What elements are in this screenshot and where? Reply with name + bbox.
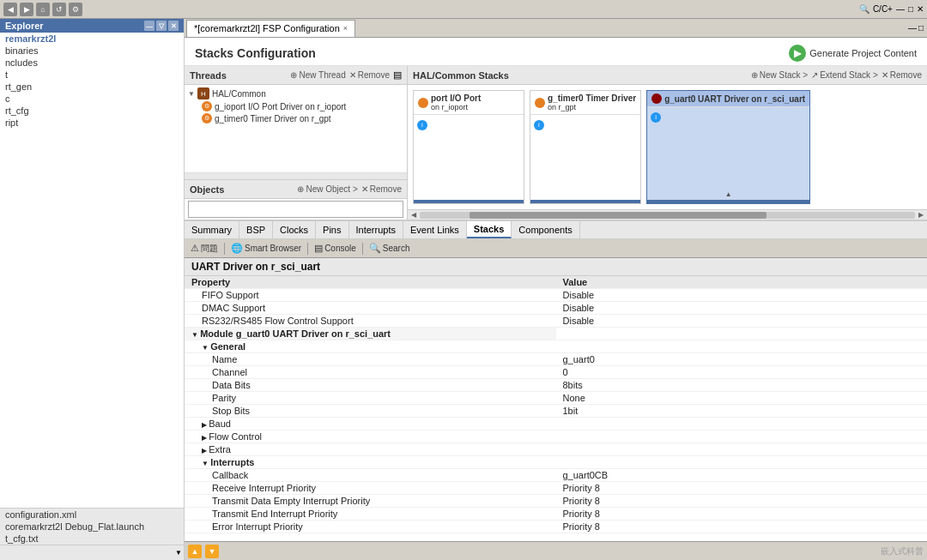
prop-label-channel: Channel — [185, 366, 556, 379]
fsp-tab-close[interactable]: × — [343, 24, 348, 33]
forward-icon[interactable]: ▶ — [20, 3, 33, 16]
tab-interrupts[interactable]: Interrupts — [349, 221, 403, 238]
stack-card-uart[interactable]: g_uart0 UART Driver on r_sci_uart i ▲ — [646, 90, 810, 204]
tab-pins[interactable]: Pins — [316, 221, 348, 238]
scroll-thumb[interactable] — [470, 212, 766, 219]
tab-bsp[interactable]: BSP — [239, 221, 273, 238]
new-thread-button[interactable]: ⊕ New Thread — [290, 70, 345, 80]
prop-row-rx-priority[interactable]: Receive Interrupt Priority Priority 8 — [185, 482, 927, 495]
threads-panel: Threads ⊕ New Thread ✕ Remove ▤ — [185, 66, 408, 220]
objects-input[interactable] — [188, 201, 403, 218]
sidebar-item-ript[interactable]: ript — [0, 117, 184, 129]
search-icon[interactable]: 🔍 — [859, 4, 869, 14]
prop-row-dmac[interactable]: DMAC Support Disable — [185, 302, 927, 315]
prop-row-baud[interactable]: Baud — [185, 418, 927, 431]
tab-max-icon[interactable]: □ — [918, 23, 924, 33]
toolbar-search[interactable]: 🔍 Search — [367, 242, 413, 255]
prop-row-module[interactable]: Module g_uart0 UART Driver on r_sci_uart — [185, 328, 927, 340]
toolbar-problems[interactable]: ⚠ 問題 — [188, 242, 221, 256]
new-stack-icon: ⊕ — [751, 70, 758, 80]
prop-row-interrupts[interactable]: Interrupts — [185, 456, 927, 469]
prop-label-name: Name — [185, 353, 556, 366]
prop-row-callback[interactable]: Callback g_uart0CB — [185, 469, 927, 482]
properties-table: Property Value FIFO Support Disable DMAC… — [185, 276, 927, 541]
ioport-card-body: i — [414, 115, 524, 200]
sidebar-close-icon[interactable]: ✕ — [168, 21, 179, 31]
toolbar-smart-browser[interactable]: 🌐 Smart Browser — [228, 242, 304, 255]
remove-thread-button[interactable]: ✕ Remove — [349, 70, 390, 80]
prop-row-extra[interactable]: Extra — [185, 443, 927, 456]
sidebar-item-t[interactable]: t — [0, 69, 184, 81]
new-stack-button[interactable]: ⊕ New Stack > — [751, 70, 808, 80]
sidebar-item-rt-cfg[interactable]: rt_cfg — [0, 105, 184, 117]
prop-col-property: Property — [185, 276, 556, 289]
tab-event-links[interactable]: Event Links — [403, 221, 467, 238]
home-icon[interactable]: ⌂ — [36, 3, 50, 16]
prop-row-parity[interactable]: Parity None — [185, 392, 927, 405]
tab-min-icon[interactable]: — — [908, 23, 917, 33]
prop-row-stopbits[interactable]: Stop Bits 1bit — [185, 405, 927, 418]
tab-stacks[interactable]: Stacks — [467, 221, 512, 238]
sidebar-item-binaries[interactable]: binaries — [0, 45, 184, 57]
prop-label-parity: Parity — [185, 392, 556, 405]
sidebar-project[interactable]: remarkrzt2l — [0, 33, 184, 45]
sidebar-item-includes[interactable]: ncludes — [0, 57, 184, 69]
main-content: *[coremarkrzt2l] FSP Configuration × — □… — [185, 19, 927, 560]
remove-object-button[interactable]: ✕ Remove — [361, 184, 402, 194]
prop-row-name[interactable]: Name g_uart0 — [185, 353, 927, 366]
back-icon[interactable]: ◀ — [3, 3, 17, 16]
sidebar-item-cfg-txt[interactable]: t_cfg.txt — [0, 533, 184, 545]
close-icon[interactable]: ✕ — [917, 4, 924, 14]
prop-label-interrupts[interactable]: Interrupts — [185, 456, 556, 469]
sidebar-menu-icon[interactable]: ▽ — [156, 21, 167, 31]
prop-label-flowcontrol[interactable]: Flow Control — [185, 431, 556, 443]
sidebar-item-config[interactable]: configuration.xml — [0, 509, 184, 521]
new-object-button[interactable]: ⊕ New Object > — [297, 184, 357, 194]
prop-row-channel[interactable]: Channel 0 — [185, 366, 927, 379]
bottom-icon-up[interactable]: ▲ — [188, 545, 202, 558]
prop-label-general[interactable]: General — [185, 340, 556, 353]
settings-icon[interactable]: ⚙ — [69, 3, 82, 16]
sidebar-collapse-icon[interactable]: — — [144, 21, 154, 31]
refresh-icon[interactable]: ↺ — [52, 3, 66, 16]
prop-row-error-priority[interactable]: Error Interrupt Priority Priority 8 — [185, 521, 927, 533]
minimize-icon[interactable]: — — [896, 4, 905, 14]
threads-menu-icon[interactable]: ▤ — [393, 69, 402, 81]
prop-row-tx-end-priority[interactable]: Transmit End Interrupt Priority Priority… — [185, 508, 927, 521]
sidebar-item-c[interactable]: c — [0, 93, 184, 105]
prop-row-fifo[interactable]: FIFO Support Disable — [185, 289, 927, 302]
prop-value-rs232: Disable — [556, 315, 928, 328]
sidebar-scroll-down[interactable]: ▼ — [175, 549, 182, 557]
stack-card-timer[interactable]: g_timer0 Timer Driver on r_gpt i — [530, 90, 641, 204]
fsp-tab[interactable]: *[coremarkrzt2l] FSP Configuration × — [186, 20, 355, 37]
maximize-icon[interactable]: □ — [908, 4, 913, 14]
hal-common-item[interactable]: ▼ H HAL/Common — [186, 87, 405, 100]
objects-actions: ⊕ New Object > ✕ Remove — [297, 184, 402, 194]
sidebar-item-rt-gen[interactable]: rt_gen — [0, 81, 184, 93]
thread-sub-ioport[interactable]: ⚙ g_ioport I/O Port Driver on r_ioport — [186, 100, 405, 112]
scroll-left-icon[interactable]: ◀ — [409, 211, 418, 219]
prop-row-rs232[interactable]: RS232/RS485 Flow Control Support Disable — [185, 315, 927, 328]
tab-summary[interactable]: Summary — [185, 221, 239, 238]
sidebar-item-launch[interactable]: coremarkrzt2l Debug_Flat.launch — [0, 521, 184, 533]
prop-label-baud[interactable]: Baud — [185, 418, 556, 431]
generate-button[interactable]: ▶ Generate Project Content — [789, 45, 917, 62]
prop-row-tx-empty-priority[interactable]: Transmit Data Empty Interrupt Priority P… — [185, 495, 927, 508]
new-object-icon: ⊕ — [297, 184, 304, 194]
prop-label-rs232: RS232/RS485 Flow Control Support — [185, 315, 556, 328]
hal-stacks-content: port I/O Port on r_ioport i — [408, 85, 927, 209]
thread-sub-timer[interactable]: ⚙ g_timer0 Timer Driver on r_gpt — [186, 112, 405, 124]
bottom-icon-down[interactable]: ▼ — [205, 545, 219, 558]
prop-row-databits[interactable]: Data Bits 8bits — [185, 379, 927, 392]
extend-stack-button[interactable]: ↗ Extend Stack > — [811, 70, 878, 80]
prop-row-flowcontrol[interactable]: Flow Control — [185, 431, 927, 443]
scroll-right-icon[interactable]: ▶ — [917, 211, 925, 219]
prop-row-general[interactable]: General — [185, 340, 927, 353]
tab-components[interactable]: Components — [512, 221, 579, 238]
remove-stack-button[interactable]: ✕ Remove — [882, 70, 922, 80]
tab-clocks[interactable]: Clocks — [273, 221, 316, 238]
toolbar-console[interactable]: ▤ Console — [312, 242, 359, 255]
prop-label-extra[interactable]: Extra — [185, 443, 556, 456]
prop-label-module[interactable]: Module g_uart0 UART Driver on r_sci_uart — [185, 328, 556, 340]
stack-card-ioport[interactable]: port I/O Port on r_ioport i — [413, 90, 524, 204]
